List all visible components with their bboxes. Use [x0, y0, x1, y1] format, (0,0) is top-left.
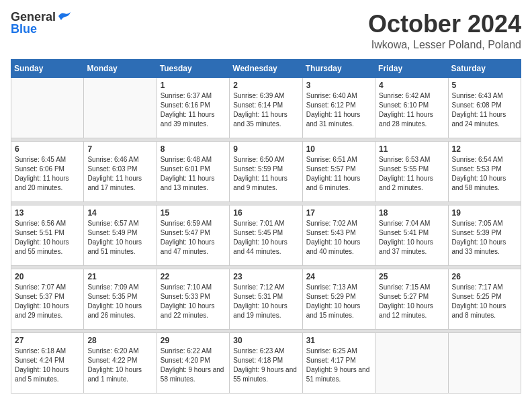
day-number: 24: [306, 272, 371, 281]
calendar-cell: 1Sunrise: 6:37 AM Sunset: 6:16 PM Daylig…: [157, 77, 229, 138]
day-number: 13: [15, 208, 80, 218]
day-info: Sunrise: 6:25 AM Sunset: 4:17 PM Dayligh…: [306, 347, 371, 384]
day-info: Sunrise: 6:51 AM Sunset: 5:57 PM Dayligh…: [306, 155, 371, 193]
day-number: 27: [15, 336, 80, 345]
day-number: 17: [306, 208, 371, 218]
day-number: 31: [306, 336, 371, 345]
calendar-cell: 5Sunrise: 6:43 AM Sunset: 6:08 PM Daylig…: [448, 77, 521, 138]
day-info: Sunrise: 6:53 AM Sunset: 5:55 PM Dayligh…: [379, 155, 444, 193]
calendar-table: SundayMondayTuesdayWednesdayThursdayFrid…: [11, 59, 521, 394]
calendar-cell: 26Sunrise: 7:17 AM Sunset: 5:25 PM Dayli…: [448, 269, 521, 329]
day-header-thursday: Thursday: [302, 59, 375, 77]
calendar-week-3: 13Sunrise: 6:56 AM Sunset: 5:51 PM Dayli…: [11, 205, 521, 265]
logo: General Blue: [11, 11, 72, 36]
calendar-cell: 18Sunrise: 7:04 AM Sunset: 5:41 PM Dayli…: [375, 205, 448, 265]
day-info: Sunrise: 6:54 AM Sunset: 5:53 PM Dayligh…: [452, 155, 517, 193]
day-number: 11: [379, 144, 444, 154]
day-info: Sunrise: 6:48 AM Sunset: 6:01 PM Dayligh…: [161, 155, 226, 193]
day-number: 29: [161, 336, 226, 345]
day-number: 28: [87, 336, 152, 345]
day-info: Sunrise: 6:57 AM Sunset: 5:49 PM Dayligh…: [87, 219, 152, 257]
calendar-cell: 12Sunrise: 6:54 AM Sunset: 5:53 PM Dayli…: [448, 141, 521, 201]
day-number: 5: [452, 81, 517, 90]
day-number: 2: [233, 81, 298, 90]
day-number: 20: [15, 272, 80, 281]
calendar-cell: [84, 77, 157, 138]
calendar-cell: 20Sunrise: 7:07 AM Sunset: 5:37 PM Dayli…: [11, 269, 84, 329]
calendar-cell: 19Sunrise: 7:05 AM Sunset: 5:39 PM Dayli…: [448, 205, 521, 265]
calendar-cell: 22Sunrise: 7:10 AM Sunset: 5:33 PM Dayli…: [157, 269, 229, 329]
day-number: 16: [233, 208, 298, 218]
calendar-cell: 10Sunrise: 6:51 AM Sunset: 5:57 PM Dayli…: [302, 141, 375, 201]
calendar-week-1: 1Sunrise: 6:37 AM Sunset: 6:16 PM Daylig…: [11, 77, 521, 138]
day-info: Sunrise: 6:50 AM Sunset: 5:59 PM Dayligh…: [233, 155, 298, 193]
day-number: 6: [15, 144, 80, 154]
day-number: 7: [87, 144, 152, 154]
calendar-cell: 11Sunrise: 6:53 AM Sunset: 5:55 PM Dayli…: [375, 141, 448, 201]
calendar-cell: [448, 332, 521, 393]
day-info: Sunrise: 7:01 AM Sunset: 5:45 PM Dayligh…: [233, 219, 298, 257]
calendar-cell: 3Sunrise: 6:40 AM Sunset: 6:12 PM Daylig…: [302, 77, 375, 138]
calendar-cell: 15Sunrise: 6:59 AM Sunset: 5:47 PM Dayli…: [157, 205, 229, 265]
day-number: 9: [233, 144, 298, 154]
calendar-week-5: 27Sunrise: 6:18 AM Sunset: 4:24 PM Dayli…: [11, 332, 521, 393]
calendar-cell: 9Sunrise: 6:50 AM Sunset: 5:59 PM Daylig…: [230, 141, 302, 201]
day-info: Sunrise: 7:12 AM Sunset: 5:31 PM Dayligh…: [233, 283, 298, 320]
month-title: October 2024: [368, 11, 521, 38]
day-header-tuesday: Tuesday: [157, 59, 229, 77]
page-header: General Blue October 2024 Iwkowa, Lesser…: [11, 11, 521, 51]
day-info: Sunrise: 6:37 AM Sunset: 6:16 PM Dayligh…: [161, 91, 226, 129]
day-header-friday: Friday: [375, 59, 448, 77]
day-number: 26: [452, 272, 517, 281]
day-info: Sunrise: 6:42 AM Sunset: 6:10 PM Dayligh…: [379, 91, 444, 129]
calendar-header-row: SundayMondayTuesdayWednesdayThursdayFrid…: [11, 59, 521, 77]
calendar-cell: 17Sunrise: 7:02 AM Sunset: 5:43 PM Dayli…: [302, 205, 375, 265]
calendar-cell: 6Sunrise: 6:45 AM Sunset: 6:06 PM Daylig…: [11, 141, 84, 201]
calendar-cell: [11, 77, 84, 138]
day-info: Sunrise: 6:43 AM Sunset: 6:08 PM Dayligh…: [452, 91, 517, 129]
day-info: Sunrise: 7:09 AM Sunset: 5:35 PM Dayligh…: [87, 283, 152, 320]
day-info: Sunrise: 7:07 AM Sunset: 5:37 PM Dayligh…: [15, 283, 80, 320]
day-info: Sunrise: 6:20 AM Sunset: 4:22 PM Dayligh…: [87, 347, 152, 384]
calendar-cell: 29Sunrise: 6:22 AM Sunset: 4:20 PM Dayli…: [157, 332, 229, 393]
calendar-cell: 7Sunrise: 6:46 AM Sunset: 6:03 PM Daylig…: [84, 141, 157, 201]
calendar-cell: 31Sunrise: 6:25 AM Sunset: 4:17 PM Dayli…: [302, 332, 375, 393]
calendar-cell: 21Sunrise: 7:09 AM Sunset: 5:35 PM Dayli…: [84, 269, 157, 329]
calendar-cell: 23Sunrise: 7:12 AM Sunset: 5:31 PM Dayli…: [230, 269, 302, 329]
day-number: 12: [452, 144, 517, 154]
day-info: Sunrise: 7:10 AM Sunset: 5:33 PM Dayligh…: [161, 283, 226, 320]
day-number: 15: [161, 208, 226, 218]
day-header-wednesday: Wednesday: [230, 59, 302, 77]
day-info: Sunrise: 6:46 AM Sunset: 6:03 PM Dayligh…: [87, 155, 152, 193]
logo-bird-icon: [57, 11, 72, 21]
day-info: Sunrise: 6:59 AM Sunset: 5:47 PM Dayligh…: [161, 219, 226, 257]
calendar-cell: 13Sunrise: 6:56 AM Sunset: 5:51 PM Dayli…: [11, 205, 84, 265]
day-number: 10: [306, 144, 371, 154]
day-info: Sunrise: 6:40 AM Sunset: 6:12 PM Dayligh…: [306, 91, 371, 129]
calendar-cell: 4Sunrise: 6:42 AM Sunset: 6:10 PM Daylig…: [375, 77, 448, 138]
day-info: Sunrise: 7:13 AM Sunset: 5:29 PM Dayligh…: [306, 283, 371, 320]
day-info: Sunrise: 7:02 AM Sunset: 5:43 PM Dayligh…: [306, 219, 371, 257]
calendar-cell: 14Sunrise: 6:57 AM Sunset: 5:49 PM Dayli…: [84, 205, 157, 265]
day-header-sunday: Sunday: [11, 59, 84, 77]
day-number: 21: [87, 272, 152, 281]
day-number: 30: [233, 336, 298, 345]
day-header-monday: Monday: [84, 59, 157, 77]
day-number: 19: [452, 208, 517, 218]
day-number: 25: [379, 272, 444, 281]
calendar-week-4: 20Sunrise: 7:07 AM Sunset: 5:37 PM Dayli…: [11, 269, 521, 329]
day-number: 1: [161, 81, 226, 90]
day-info: Sunrise: 6:18 AM Sunset: 4:24 PM Dayligh…: [15, 347, 80, 384]
day-info: Sunrise: 7:04 AM Sunset: 5:41 PM Dayligh…: [379, 219, 444, 257]
day-info: Sunrise: 6:45 AM Sunset: 6:06 PM Dayligh…: [15, 155, 80, 193]
calendar-cell: 24Sunrise: 7:13 AM Sunset: 5:29 PM Dayli…: [302, 269, 375, 329]
day-info: Sunrise: 6:23 AM Sunset: 4:18 PM Dayligh…: [233, 347, 298, 384]
day-number: 23: [233, 272, 298, 281]
calendar-cell: [375, 332, 448, 393]
calendar-cell: 28Sunrise: 6:20 AM Sunset: 4:22 PM Dayli…: [84, 332, 157, 393]
calendar-cell: 16Sunrise: 7:01 AM Sunset: 5:45 PM Dayli…: [230, 205, 302, 265]
calendar-week-2: 6Sunrise: 6:45 AM Sunset: 6:06 PM Daylig…: [11, 141, 521, 201]
calendar-cell: 8Sunrise: 6:48 AM Sunset: 6:01 PM Daylig…: [157, 141, 229, 201]
calendar-cell: 2Sunrise: 6:39 AM Sunset: 6:14 PM Daylig…: [230, 77, 302, 138]
day-info: Sunrise: 6:56 AM Sunset: 5:51 PM Dayligh…: [15, 219, 80, 257]
